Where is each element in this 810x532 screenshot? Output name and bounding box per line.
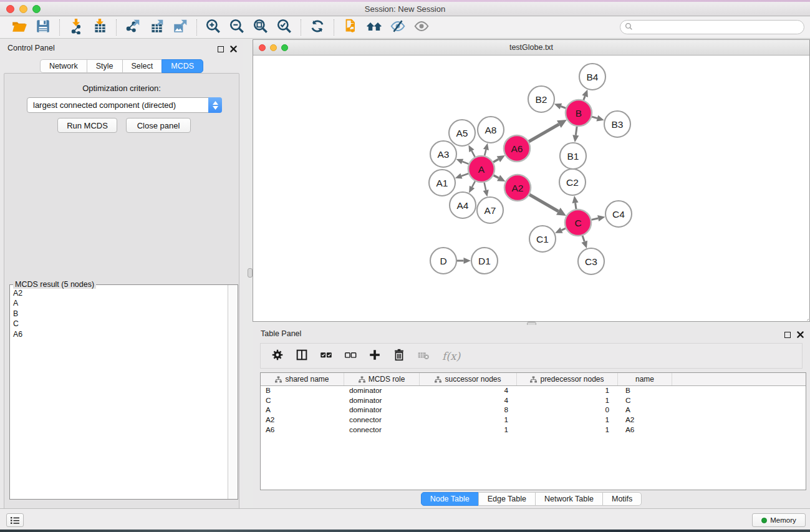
close-panel-icon[interactable] [230,44,237,55]
select-all-button[interactable] [319,348,333,364]
edge-C-C2[interactable] [576,203,576,209]
close-panel-button[interactable]: Close panel [126,118,191,133]
cell-name[interactable]: A6 [618,425,672,435]
cell-MCDS-role[interactable]: dominator [344,405,420,415]
cell-predecessor-nodes[interactable]: 1 [517,415,618,425]
task-history-button[interactable] [6,513,24,527]
edge-B-B4[interactable] [584,96,585,100]
edge-A-A3[interactable] [462,162,468,164]
cell-successor-nodes[interactable]: 1 [420,425,517,435]
tab-motifs[interactable]: Motifs [602,492,642,506]
tab-style[interactable]: Style [87,59,123,73]
tab-mcds[interactable]: MCDS [162,59,203,73]
edge-C-C1[interactable] [561,228,566,230]
cell-shared-name[interactable]: A [261,405,344,415]
export-network-button[interactable] [121,18,145,37]
mcds-result-item[interactable]: C [13,319,228,329]
cell-shared-name[interactable]: A2 [261,415,344,425]
export-image-button[interactable] [168,18,192,37]
column-header-name[interactable]: name [618,373,672,385]
table-row[interactable]: A6connector11A6 [261,425,806,435]
network-overview-button[interactable] [362,18,386,37]
run-mcds-button[interactable]: Run MCDS [57,118,117,133]
cell-MCDS-role[interactable]: connector [344,425,420,435]
gear-button[interactable] [271,348,284,364]
network-zoom-button[interactable] [281,44,288,51]
mcds-result-item[interactable]: A [13,298,228,308]
edge-B-B3[interactable] [592,117,597,118]
duplicate-network-button[interactable] [339,18,362,37]
tab-select[interactable]: Select [122,59,163,73]
zoom-out-button[interactable] [225,18,249,37]
close-button[interactable] [6,5,14,13]
edge-A6-B[interactable] [529,124,559,142]
edge-A-A8[interactable] [485,150,486,156]
edge-C-C3[interactable] [582,236,584,241]
network-minimize-button[interactable] [270,44,277,51]
cell-successor-nodes[interactable]: 8 [420,405,517,415]
tab-network-table[interactable]: Network Table [535,492,603,506]
refresh-button[interactable] [306,18,329,37]
column-header-successor-nodes[interactable]: successor nodes [420,373,517,385]
cell-MCDS-role[interactable]: dominator [344,396,420,406]
tab-network[interactable]: Network [40,59,87,73]
tab-edge-table[interactable]: Edge Table [478,492,536,506]
show-graphics-details-button[interactable] [410,18,433,37]
table-row[interactable]: Bdominator41B [261,386,806,396]
delete-button[interactable] [392,348,406,364]
column-header-shared-name[interactable]: shared name [261,373,344,385]
table-row[interactable]: Cdominator41C [261,396,806,406]
save-session-button[interactable] [31,18,55,37]
mcds-result-item[interactable]: A2 [13,288,228,298]
edge-A-A2[interactable] [494,175,499,178]
mcds-result-scrollbar[interactable] [228,285,238,499]
cell-predecessor-nodes[interactable]: 1 [517,396,618,406]
zoom-window-button[interactable] [32,5,41,13]
edge-A-A4[interactable] [472,181,475,187]
cell-predecessor-nodes[interactable]: 0 [517,405,618,415]
cell-predecessor-nodes[interactable]: 1 [517,425,618,435]
open-session-button[interactable] [7,18,31,37]
edge-C-C4[interactable] [592,218,599,220]
edge-A-A5[interactable] [471,151,475,157]
cell-name[interactable]: C [618,396,672,406]
cell-name[interactable]: A [618,405,672,415]
deselect-all-button[interactable] [344,348,357,364]
network-window-titlebar[interactable]: testGlobe.txt [253,40,809,56]
import-network-button[interactable] [64,18,88,37]
zoom-fit-button[interactable] [249,18,272,37]
mcds-result-item[interactable]: B [13,309,228,319]
cell-shared-name[interactable]: A6 [261,425,344,435]
close-table-panel-icon[interactable] [797,329,804,341]
columns-button[interactable] [295,348,309,364]
column-header-MCDS-role[interactable]: MCDS role [344,373,420,385]
table-row[interactable]: Adominator80A [261,405,806,415]
cell-name[interactable]: B [618,386,672,396]
memory-button[interactable]: Memory [752,513,806,527]
edge-B-B2[interactable] [561,107,566,109]
zoom-in-button[interactable] [201,18,225,37]
resize-grip[interactable] [801,312,809,321]
edge-A-A7[interactable] [485,183,486,190]
cell-successor-nodes[interactable]: 1 [420,415,517,425]
edge-A-A1[interactable] [461,173,468,176]
add-button[interactable] [368,348,382,364]
cell-predecessor-nodes[interactable]: 1 [517,386,618,396]
export-table-button[interactable] [145,18,168,37]
search-input[interactable] [633,23,804,32]
criterion-dropdown[interactable]: largest connected component (directed) [27,97,222,113]
import-table-button[interactable] [88,18,112,37]
network-close-button[interactable] [259,44,266,51]
cell-name[interactable]: A2 [618,415,672,425]
edge-B-B1[interactable] [576,127,577,135]
tab-node-table[interactable]: Node Table [421,492,479,506]
float-table-panel-icon[interactable] [784,332,791,338]
vertical-splitter-handle[interactable] [248,268,253,278]
cell-successor-nodes[interactable]: 4 [420,396,517,406]
cell-MCDS-role[interactable]: connector [344,415,420,425]
cell-shared-name[interactable]: C [261,396,344,406]
zoom-selected-button[interactable] [272,18,296,37]
column-header-predecessor-nodes[interactable]: predecessor nodes [517,373,618,385]
edge-A2-C[interactable] [529,195,558,211]
hide-graphics-details-button[interactable] [386,18,410,37]
